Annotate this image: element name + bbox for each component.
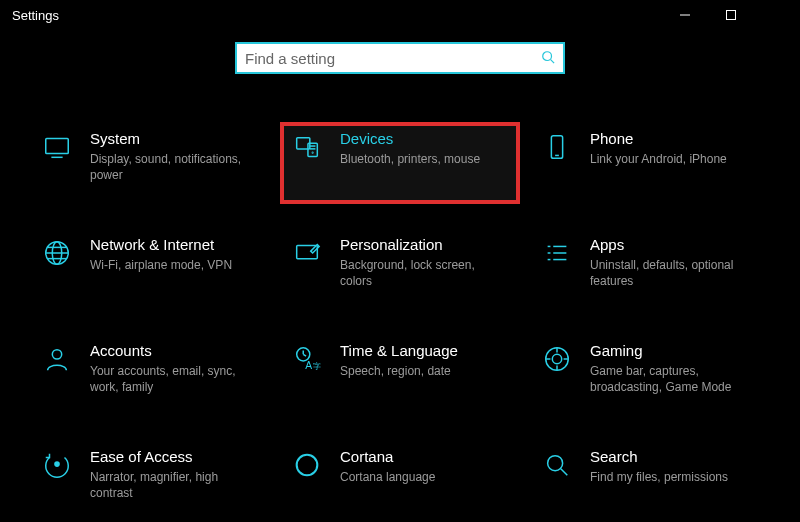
search-box[interactable]	[235, 42, 565, 74]
svg-text:A: A	[305, 360, 312, 371]
svg-text:字: 字	[313, 361, 321, 371]
svg-rect-1	[727, 11, 736, 20]
tile-desc: Cortana language	[340, 469, 510, 485]
search-input[interactable]	[245, 50, 541, 67]
tile-desc: Game bar, captures, broadcasting, Game M…	[590, 363, 760, 395]
tile-search[interactable]: Search Find my files, permissions	[530, 440, 770, 522]
tile-desc: Narrator, magnifier, high contrast	[90, 469, 260, 501]
tile-title: Time & Language	[340, 342, 510, 361]
system-icon	[40, 130, 74, 164]
tile-desc: Wi-Fi, airplane mode, VPN	[90, 257, 260, 273]
tile-desc: Your accounts, email, sync, work, family	[90, 363, 260, 395]
tile-network[interactable]: Network & Internet Wi-Fi, airplane mode,…	[30, 228, 270, 310]
tile-title: Accounts	[90, 342, 260, 361]
svg-point-27	[52, 350, 61, 359]
svg-point-34	[552, 354, 561, 363]
window-title: Settings	[12, 8, 59, 23]
apps-icon	[540, 236, 574, 270]
tile-accounts[interactable]: Accounts Your accounts, email, sync, wor…	[30, 334, 270, 416]
tile-title: Network & Internet	[90, 236, 260, 255]
tile-title: Ease of Access	[90, 448, 260, 467]
search-category-icon	[540, 448, 574, 482]
tile-desc: Bluetooth, printers, mouse	[340, 151, 510, 167]
search-row	[0, 42, 800, 74]
svg-point-39	[54, 461, 60, 467]
tile-desc: Background, lock screen, colors	[340, 257, 510, 289]
tile-time-language[interactable]: A字 Time & Language Speech, region, date	[280, 334, 520, 416]
globe-icon	[40, 236, 74, 270]
tile-title: Personalization	[340, 236, 510, 255]
tile-desc: Speech, region, date	[340, 363, 510, 379]
tile-desc: Link your Android, iPhone	[590, 151, 760, 167]
tile-title: Cortana	[340, 448, 510, 467]
caption-buttons	[662, 0, 800, 30]
paint-icon	[290, 236, 324, 270]
tile-title: Devices	[340, 130, 510, 149]
tile-title: Gaming	[590, 342, 760, 361]
tile-title: Apps	[590, 236, 760, 255]
svg-point-40	[297, 455, 318, 476]
tile-system[interactable]: System Display, sound, notifications, po…	[30, 122, 270, 204]
tile-desc: Display, sound, notifications, power	[90, 151, 260, 183]
ease-of-access-icon	[40, 448, 74, 482]
tile-personalization[interactable]: Personalization Background, lock screen,…	[280, 228, 520, 310]
tile-desc: Uninstall, defaults, optional features	[590, 257, 760, 289]
cortana-icon	[290, 448, 324, 482]
minimize-button[interactable]	[662, 0, 708, 30]
person-icon	[40, 342, 74, 376]
svg-point-41	[548, 456, 563, 471]
gaming-icon	[540, 342, 574, 376]
title-bar: Settings	[0, 0, 800, 30]
svg-rect-6	[46, 139, 69, 154]
phone-icon	[540, 130, 574, 164]
tile-cortana[interactable]: Cortana Cortana language	[280, 440, 520, 522]
svg-line-30	[303, 354, 306, 356]
search-icon	[541, 50, 555, 67]
maximize-button[interactable]	[708, 0, 754, 30]
tile-apps[interactable]: Apps Uninstall, defaults, optional featu…	[530, 228, 770, 310]
tile-title: Search	[590, 448, 760, 467]
tile-gaming[interactable]: Gaming Game bar, captures, broadcasting,…	[530, 334, 770, 416]
tile-title: Phone	[590, 130, 760, 149]
svg-line-42	[561, 469, 568, 476]
svg-point-4	[543, 51, 552, 60]
tile-ease-of-access[interactable]: Ease of Access Narrator, magnifier, high…	[30, 440, 270, 522]
svg-line-5	[551, 59, 555, 63]
tile-desc: Find my files, permissions	[590, 469, 760, 485]
time-language-icon: A字	[290, 342, 324, 376]
settings-grid: System Display, sound, notifications, po…	[0, 74, 800, 522]
tile-title: System	[90, 130, 260, 149]
devices-icon	[290, 130, 324, 164]
tile-devices[interactable]: Devices Bluetooth, printers, mouse	[280, 122, 520, 204]
tile-phone[interactable]: Phone Link your Android, iPhone	[530, 122, 770, 204]
svg-point-10	[312, 152, 313, 153]
